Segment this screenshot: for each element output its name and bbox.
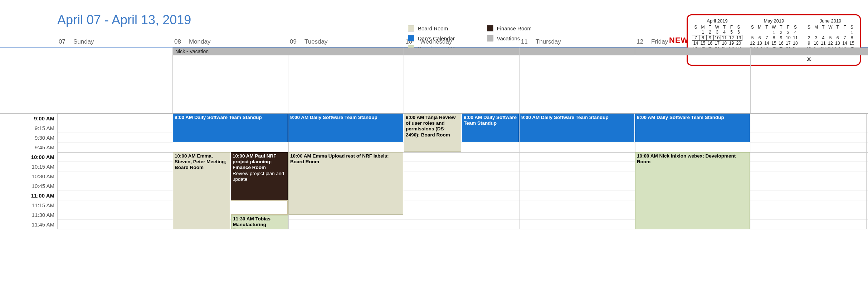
mini-cal-day[interactable]: 1 <box>699 30 707 35</box>
allday-cell-thu[interactable] <box>520 48 635 113</box>
mini-cal-day[interactable]: 9 <box>805 40 813 46</box>
day-name: Friday <box>651 38 668 45</box>
day-columns: 9:00 AM Daily Software Team Standup 10:0… <box>57 114 866 229</box>
event-tue-standup[interactable]: 9:00 AM Daily Software Team Standup <box>288 114 403 142</box>
mini-cal-day[interactable]: 20 <box>735 40 742 46</box>
allday-cell-wed[interactable] <box>404 48 520 113</box>
event-time: 10:00 AM <box>233 153 254 159</box>
mini-cal-dow: T <box>707 24 714 30</box>
mini-cal-dow: S <box>749 24 756 30</box>
mini-cal-day[interactable]: 3 <box>813 35 820 40</box>
mini-cal-day[interactable]: 7 <box>763 35 770 40</box>
mini-cal-day <box>841 30 848 35</box>
daycol-sat[interactable] <box>751 114 866 229</box>
mini-cal-day[interactable]: 8 <box>848 35 855 40</box>
mini-cal-day[interactable]: 16 <box>707 40 714 46</box>
mini-cal-day[interactable]: 12 <box>827 40 834 46</box>
event-mon-emma[interactable]: 10:00 AM Emma, Steven, Peter Meeting; Bo… <box>173 152 230 229</box>
mini-cal-day[interactable]: 13 <box>834 40 841 46</box>
mini-cal-day[interactable]: 10 <box>714 35 721 40</box>
mini-cal-day[interactable]: 9 <box>777 35 785 40</box>
mini-cal-day[interactable]: 1 <box>848 30 855 35</box>
mini-cal-day[interactable]: 6 <box>756 35 763 40</box>
event-fri-standup[interactable]: 9:00 AM Daily Software Team Standup <box>635 114 750 142</box>
mini-cal-day[interactable]: 7 <box>841 35 848 40</box>
mini-cal-day[interactable]: 14 <box>763 40 770 46</box>
day-number: 12 <box>637 38 643 45</box>
mini-cal-day[interactable]: 11 <box>721 35 728 40</box>
mini-cal-day[interactable]: 11 <box>820 40 827 46</box>
mini-cal-day[interactable]: 19 <box>728 40 735 46</box>
mini-cal-dow: F <box>728 24 735 30</box>
daycol-fri[interactable]: 9:00 AM Daily Software Team Standup 10:0… <box>635 114 751 229</box>
mini-cal-day[interactable]: 17 <box>785 40 792 46</box>
event-mon-paul[interactable]: 10:00 AM Paul NRF project planning; Fina… <box>231 152 288 200</box>
time-label: 9:30 AM <box>0 133 57 143</box>
event-wed-tanja[interactable]: 9:00 AM Tanja Review of user roles and p… <box>404 114 461 152</box>
daycol-sun[interactable] <box>57 114 173 229</box>
mini-cal-day[interactable]: 8 <box>770 35 777 40</box>
event-wed-standup[interactable]: 9:00 AM Daily Software Team Standup <box>462 114 519 142</box>
daycol-thu[interactable]: 9:00 AM Daily Software Team Standup <box>520 114 635 229</box>
mini-cal-day[interactable]: 2 <box>805 35 813 40</box>
mini-cal-day[interactable]: 9 <box>707 35 714 40</box>
mini-cal-day[interactable]: 5 <box>749 35 756 40</box>
mini-cal-day[interactable]: 14 <box>692 40 699 46</box>
event-mon-standup[interactable]: 9:00 AM Daily Software Team Standup <box>173 114 288 142</box>
daycol-tue[interactable]: 9:00 AM Daily Software Team Standup 10:0… <box>288 114 404 229</box>
mini-cal-day[interactable]: 13 <box>735 35 742 40</box>
mini-cal-day[interactable]: 17 <box>714 40 721 46</box>
mini-cal-day[interactable]: 1 <box>770 30 777 35</box>
vline <box>866 114 867 229</box>
mini-cal-day[interactable]: 11 <box>792 35 799 40</box>
mini-cal-day[interactable]: 16 <box>777 40 785 46</box>
day-header[interactable]: 09Tuesday <box>288 38 404 47</box>
day-header[interactable]: 07Sunday <box>57 38 173 47</box>
mini-cal-dow: T <box>763 24 770 30</box>
allday-cell-mon[interactable]: Nick - Vacation <box>173 48 288 113</box>
mini-cal-day[interactable]: 4 <box>792 30 799 35</box>
event-fri-nick[interactable]: 10:00 AM Nick Inixion webex; Development… <box>635 152 750 229</box>
mini-cal-day[interactable]: 15 <box>699 40 707 46</box>
mini-cal-day[interactable]: 3 <box>785 30 792 35</box>
mini-cal-day[interactable]: 7 <box>692 35 699 40</box>
mini-cal-day[interactable]: 3 <box>714 30 721 35</box>
legend-board-room: Board Room <box>408 25 465 31</box>
mini-cal-day[interactable]: 2 <box>777 30 785 35</box>
mini-cal-day[interactable]: 18 <box>792 40 799 46</box>
event-mon-blank[interactable] <box>231 200 288 215</box>
mini-cal-day[interactable]: 4 <box>820 35 827 40</box>
day-header[interactable]: 08Monday <box>173 38 288 47</box>
mini-cal-day[interactable]: 10 <box>813 40 820 46</box>
mini-cal-day[interactable]: 6 <box>735 30 742 35</box>
swatch-finance-room <box>487 25 493 31</box>
mini-cal-day[interactable]: 10 <box>785 35 792 40</box>
mini-cal-dow: T <box>834 24 841 30</box>
mini-cal-day <box>820 30 827 35</box>
mini-cal-day[interactable]: 2 <box>707 30 714 35</box>
mini-cal-day[interactable]: 13 <box>756 40 763 46</box>
mini-cal-day[interactable]: 12 <box>728 35 735 40</box>
allday-cell-sat[interactable] <box>751 48 866 113</box>
mini-cal-day[interactable]: 6 <box>834 35 841 40</box>
mini-cal-day[interactable]: 18 <box>721 40 728 46</box>
daycol-mon[interactable]: 9:00 AM Daily Software Team Standup 10:0… <box>173 114 288 229</box>
day-header[interactable]: 11Thursday <box>520 38 635 47</box>
legend-label: Vacations <box>497 35 520 41</box>
allday-cell-tue[interactable] <box>288 48 404 113</box>
mini-cal-day[interactable]: 8 <box>699 35 707 40</box>
mini-calendar-title: June 2019 <box>805 18 855 24</box>
event-tue-emma[interactable]: 10:00 AM Emma Upload rest of NRF labels;… <box>288 152 403 215</box>
mini-cal-day[interactable]: 5 <box>728 30 735 35</box>
mini-cal-day[interactable]: 15 <box>770 40 777 46</box>
allday-cell-fri[interactable] <box>635 48 751 113</box>
mini-cal-day[interactable]: 5 <box>827 35 834 40</box>
mini-cal-day[interactable]: 4 <box>721 30 728 35</box>
daycol-wed[interactable]: 9:00 AM Tanja Review of user roles and p… <box>404 114 520 229</box>
event-thu-standup[interactable]: 9:00 AM Daily Software Team Standup <box>520 114 634 142</box>
event-tue-tobias[interactable]: 11:30 AM Tobias Manufacturing Backlog <box>231 215 288 229</box>
mini-cal-day[interactable]: 12 <box>749 40 756 46</box>
allday-cell-sun[interactable] <box>57 48 173 113</box>
mini-cal-day[interactable]: 14 <box>841 40 848 46</box>
mini-cal-day[interactable]: 15 <box>848 40 855 46</box>
